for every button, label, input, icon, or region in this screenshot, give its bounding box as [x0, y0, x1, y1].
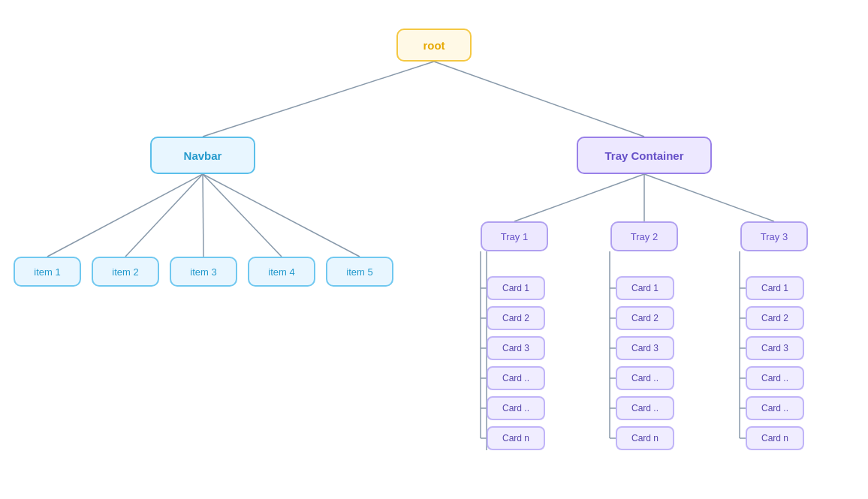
svg-line-5 — [203, 174, 282, 257]
tray3-card-5: Card .. — [746, 396, 804, 420]
tray-container-node: Tray Container — [577, 137, 712, 174]
item-5-label: item 5 — [346, 266, 372, 278]
tray1-card-5-label: Card .. — [502, 403, 529, 413]
svg-line-4 — [203, 174, 203, 257]
tray3-card-1: Card 1 — [746, 276, 804, 300]
item-4-label: item 4 — [268, 266, 294, 278]
root-node: root — [396, 29, 472, 62]
tray2-card-2: Card 2 — [616, 306, 674, 330]
tray-3-label: Tray 3 — [761, 231, 788, 242]
tray1-card-3: Card 3 — [487, 336, 545, 360]
tray3-card-5-label: Card .. — [761, 403, 788, 413]
tray2-card-3: Card 3 — [616, 336, 674, 360]
navbar-item-2: item 2 — [92, 257, 159, 287]
tray-3-node: Tray 3 — [740, 221, 808, 251]
svg-line-6 — [203, 174, 360, 257]
navbar-node: Navbar — [150, 137, 255, 174]
svg-line-1 — [434, 62, 644, 137]
tray2-card-6: Card n — [616, 426, 674, 450]
tray2-card-3-label: Card 3 — [631, 343, 659, 353]
tray1-card-1: Card 1 — [487, 276, 545, 300]
tray1-card-6: Card n — [487, 426, 545, 450]
tray3-card-2-label: Card 2 — [761, 313, 788, 323]
root-label: root — [423, 39, 445, 52]
svg-line-9 — [644, 174, 774, 221]
tray2-card-5: Card .. — [616, 396, 674, 420]
tray1-card-2-label: Card 2 — [502, 313, 529, 323]
tray1-card-4-label: Card .. — [502, 373, 529, 383]
tray1-card-1-label: Card 1 — [502, 283, 529, 293]
tray2-card-1: Card 1 — [616, 276, 674, 300]
tray-1-node: Tray 1 — [481, 221, 548, 251]
tray3-card-3: Card 3 — [746, 336, 804, 360]
item-1-label: item 1 — [34, 266, 60, 278]
svg-line-3 — [125, 174, 203, 257]
tray2-card-1-label: Card 1 — [631, 283, 659, 293]
navbar-label: Navbar — [184, 149, 222, 162]
tray2-card-6-label: Card n — [631, 433, 659, 443]
tray3-card-3-label: Card 3 — [761, 343, 788, 353]
navbar-item-5: item 5 — [326, 257, 393, 287]
tray1-card-3-label: Card 3 — [502, 343, 529, 353]
tray1-card-2: Card 2 — [487, 306, 545, 330]
navbar-item-1: item 1 — [14, 257, 81, 287]
svg-line-2 — [47, 174, 203, 257]
tray3-card-2: Card 2 — [746, 306, 804, 330]
tray3-card-6: Card n — [746, 426, 804, 450]
tray1-card-5: Card .. — [487, 396, 545, 420]
tray-container-label: Tray Container — [604, 149, 683, 162]
tray1-card-4: Card .. — [487, 366, 545, 390]
navbar-item-3: item 3 — [170, 257, 237, 287]
tray2-card-4-label: Card .. — [631, 373, 659, 383]
navbar-item-4: item 4 — [248, 257, 315, 287]
tray2-card-5-label: Card .. — [631, 403, 659, 413]
tray3-card-4-label: Card .. — [761, 373, 788, 383]
tray3-card-1-label: Card 1 — [761, 283, 788, 293]
tray-1-label: Tray 1 — [501, 231, 528, 242]
item-3-label: item 3 — [190, 266, 216, 278]
tray-2-node: Tray 2 — [610, 221, 678, 251]
svg-line-7 — [514, 174, 644, 221]
item-2-label: item 2 — [112, 266, 138, 278]
svg-line-0 — [203, 62, 434, 137]
tray3-card-6-label: Card n — [761, 433, 788, 443]
tray-2-label: Tray 2 — [631, 231, 658, 242]
tray2-card-4: Card .. — [616, 366, 674, 390]
tray2-card-2-label: Card 2 — [631, 313, 659, 323]
tray3-card-4: Card .. — [746, 366, 804, 390]
tray1-card-6-label: Card n — [502, 433, 529, 443]
